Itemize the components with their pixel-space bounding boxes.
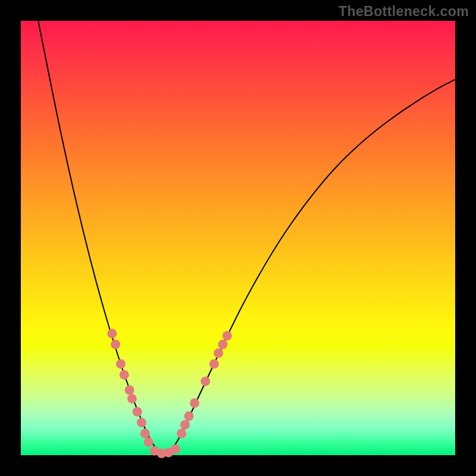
marker-dot bbox=[214, 348, 223, 358]
marker-dot bbox=[111, 340, 120, 349]
marker-dot bbox=[190, 398, 199, 408]
marker-dot bbox=[116, 359, 126, 369]
curve-svg bbox=[21, 21, 455, 455]
marker-dot bbox=[171, 444, 180, 454]
marker-dot bbox=[218, 340, 227, 349]
marker-dot bbox=[184, 411, 194, 421]
marker-dot bbox=[133, 407, 142, 416]
marker-dot bbox=[107, 329, 117, 339]
plot-area bbox=[21, 21, 455, 455]
marker-dots bbox=[107, 329, 231, 458]
marker-dot bbox=[125, 386, 134, 395]
chart-root: TheBottleneck.com bbox=[0, 0, 476, 476]
watermark-text: TheBottleneck.com bbox=[339, 4, 469, 20]
marker-dot bbox=[209, 359, 219, 369]
marker-dot bbox=[177, 429, 186, 439]
marker-dot bbox=[180, 420, 190, 430]
bottleneck-curve bbox=[38, 21, 455, 453]
marker-dot bbox=[137, 418, 146, 427]
marker-dot bbox=[120, 370, 129, 380]
marker-dot bbox=[127, 394, 137, 403]
marker-dot bbox=[140, 429, 150, 439]
marker-dot bbox=[201, 377, 210, 386]
marker-dot bbox=[223, 331, 232, 340]
marker-dot bbox=[144, 437, 154, 447]
